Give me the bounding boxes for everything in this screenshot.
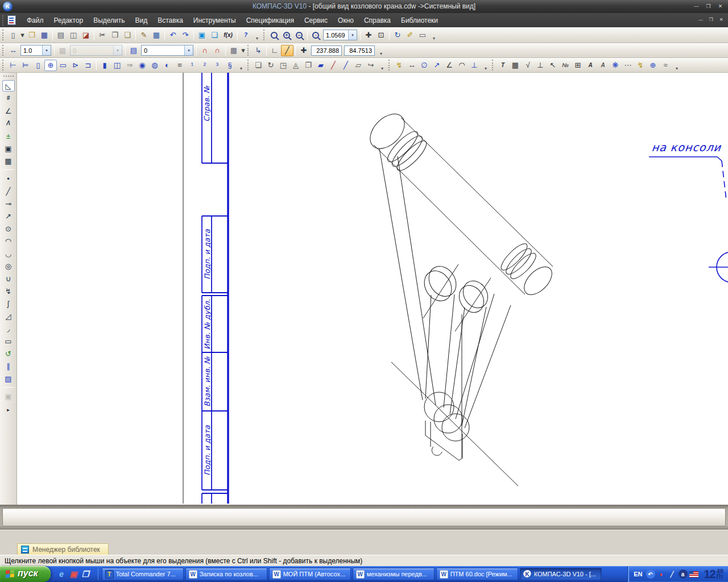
child-minimize-button[interactable]: — <box>696 16 705 23</box>
tool-circle-button[interactable]: ⊙ <box>2 223 15 234</box>
tool-auxline-button[interactable]: ╱ <box>2 185 15 197</box>
tool-contour-button[interactable]: ↺ <box>2 348 15 359</box>
part-wheel-button[interactable]: ◉ <box>136 60 148 71</box>
edit-rotate-button[interactable]: ↻ <box>264 60 277 71</box>
zoom-out-button[interactable]: − <box>293 30 305 41</box>
dim-arc-button[interactable]: ◠ <box>456 60 468 71</box>
child-close-button[interactable]: ✕ <box>717 16 726 23</box>
edit-copy-button[interactable]: ❐ <box>302 60 315 71</box>
menu-view[interactable]: Вид <box>130 15 153 26</box>
tray-punto-icon[interactable]: a <box>679 569 688 579</box>
panel-dimensions-button[interactable]: # <box>2 93 15 104</box>
angle-button[interactable]: ∟ <box>268 45 281 56</box>
document-icon[interactable] <box>7 15 16 25</box>
tool-arc-button[interactable]: ◠ <box>2 235 15 247</box>
edit-box-button[interactable]: ▱ <box>352 60 365 71</box>
edit-move-button[interactable]: ❏ <box>252 60 264 71</box>
tool-segment2-button[interactable]: ↗ <box>2 210 15 222</box>
language-indicator[interactable]: EN <box>634 571 642 577</box>
menu-help[interactable]: Справка <box>359 15 396 26</box>
task-kompas-3d[interactable]: KКОМПАС-3D V10 - [... <box>520 568 602 580</box>
layout-button[interactable]: ▭ <box>416 30 429 41</box>
tray-pen-icon[interactable]: ╱ <box>668 569 677 579</box>
scale-combo[interactable]: 1.0569▾ <box>323 30 357 40</box>
local-snaps-button[interactable]: ∩ <box>198 45 211 56</box>
tool-chamfer-button[interactable]: ◿ <box>2 310 15 322</box>
document-manager-button[interactable]: ▣ <box>196 30 208 41</box>
new-document-button[interactable]: ▯ <box>7 30 19 41</box>
toolbar-options-button[interactable]: ▾ <box>431 30 437 41</box>
redo-button[interactable]: ↷ <box>179 30 192 41</box>
context-help-button[interactable]: ? <box>239 30 252 41</box>
dim-auto-button[interactable]: ↯ <box>393 60 406 71</box>
fastener-screw2-button[interactable]: ⊐ <box>82 60 94 71</box>
fastener-washer-button[interactable]: ⊕ <box>44 60 57 71</box>
part-stack-button[interactable]: ≡ <box>173 60 186 71</box>
edit-curve-button[interactable]: ↪ <box>365 60 377 71</box>
tool-point-button[interactable]: • <box>2 173 15 184</box>
copies-combo[interactable]: 0▾ <box>70 45 122 56</box>
refresh-button[interactable]: ✐ <box>404 30 416 41</box>
tool-rectangle-button[interactable]: ▭ <box>2 335 15 347</box>
quicklaunch-show-desktop-icon[interactable]: ❐ <box>80 568 91 580</box>
grid-button[interactable]: ▦ <box>228 45 240 56</box>
print-preview-button[interactable]: ◫ <box>67 30 80 41</box>
panel-expand-button[interactable]: ▸ <box>7 407 10 413</box>
task-zapiska-po-kozlov[interactable]: WЗаписка по козлов... <box>185 568 267 580</box>
toolbar-options-button[interactable]: ▾ <box>378 45 384 56</box>
new-document-dropdown[interactable]: ▾ <box>19 30 26 41</box>
edit-trim-button[interactable]: ╱ <box>327 60 340 71</box>
part-pin2-button[interactable]: ² <box>198 60 211 71</box>
tool-polyline-button[interactable]: ∪ <box>2 273 15 284</box>
tool-hatch-button[interactable]: ▨ <box>2 373 15 384</box>
layers-button[interactable]: ▤ <box>127 45 140 56</box>
rebuild-button[interactable]: ↻ <box>391 30 404 41</box>
dim-radial-button[interactable]: ↗ <box>431 60 443 71</box>
panel-selection-button[interactable]: ± <box>2 130 15 142</box>
panel-measure-button[interactable]: Λ <box>2 118 15 129</box>
edit-mirror-button[interactable]: ◬ <box>289 60 302 71</box>
minimize-button[interactable]: — <box>691 2 702 11</box>
marking-button[interactable]: № <box>559 60 572 71</box>
part-arrow-button[interactable]: ⇒ <box>123 60 136 71</box>
part-ring-button[interactable]: ◍ <box>148 60 161 71</box>
copies-button[interactable]: ▩ <box>56 45 69 56</box>
axis-down-button[interactable]: A <box>584 60 597 71</box>
text-button[interactable]: T <box>497 60 509 71</box>
tray-language-icon[interactable]: ↶ <box>646 569 655 579</box>
snap-toggle-button[interactable]: ╱ <box>281 45 293 56</box>
horizontal-scrollbar-thumb[interactable] <box>2 508 726 526</box>
menu-specification[interactable]: Спецификация <box>241 15 299 26</box>
part-pin1-button[interactable]: ¹ <box>186 60 198 71</box>
send-button[interactable]: ◪ <box>80 30 92 41</box>
fastener-screw-button[interactable]: ⊳ <box>69 60 82 71</box>
menu-libraries[interactable]: Библиотеки <box>396 15 443 26</box>
undo-button[interactable]: ↶ <box>167 30 179 41</box>
tool-fillet-button[interactable]: ◞ <box>2 323 15 334</box>
task-moy-ptm[interactable]: WМОЙ ПТМ (Автосох... <box>269 568 351 580</box>
tool-segment-button[interactable]: ⊸ <box>2 198 15 209</box>
fastener-bolt2-button[interactable]: ⊨ <box>19 60 32 71</box>
menu-window[interactable]: Окно <box>333 15 359 26</box>
part-spring-button[interactable]: § <box>224 60 236 71</box>
toolbar-options-button[interactable]: ▾ <box>379 60 386 71</box>
dim-diameter-button[interactable]: ∅ <box>418 60 431 71</box>
part-sleeve-button[interactable]: ◫ <box>111 60 123 71</box>
tool-arc2-button[interactable]: ◡ <box>2 248 15 259</box>
start-button[interactable]: пуск <box>0 566 51 582</box>
menu-file[interactable]: Файл <box>22 15 49 26</box>
drawing-canvas[interactable]: Справ. №Подп. и датаИнв. № дубл.Взам. ин… <box>17 73 728 505</box>
tolerance-button[interactable]: ⊞ <box>572 60 584 71</box>
zoom-in-button[interactable]: + <box>280 30 293 41</box>
ortho-button[interactable]: ↳ <box>252 45 264 56</box>
quicklaunch-ie-icon[interactable]: e <box>56 568 67 580</box>
fastener-pin-button[interactable]: ▭ <box>57 60 69 71</box>
paste-button[interactable]: ❑ <box>121 30 134 41</box>
menu-insert[interactable]: Вставка <box>152 15 188 26</box>
menu-editor[interactable]: Редактор <box>49 15 89 26</box>
zoom-selected-button[interactable] <box>268 30 280 41</box>
datum-button[interactable]: ⊥ <box>534 60 547 71</box>
coordinates-button[interactable]: ✚ <box>297 45 310 56</box>
task-ptm-60-doc[interactable]: WПТМ 60.doc [Режим... <box>436 568 518 580</box>
tray-clock[interactable]: 12 49 Пт <box>704 568 724 581</box>
